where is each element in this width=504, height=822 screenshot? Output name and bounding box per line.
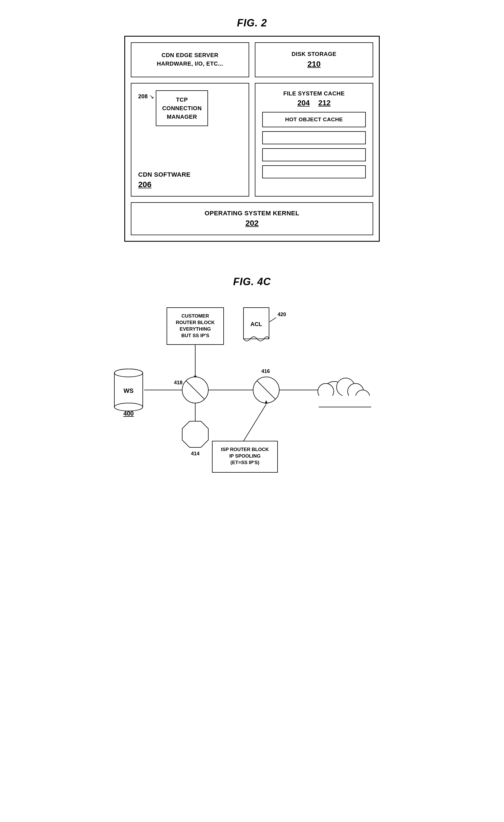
svg-text:420: 420 — [278, 312, 286, 317]
os-number: 202 — [138, 219, 366, 228]
cdn-software-box: 208 ↘ TCPCONNECTIONMANAGER CDN SOFTWARE … — [131, 83, 249, 196]
os-label: OPERATING SYSTEM KERNEL — [138, 210, 366, 217]
cache-slot-2 — [262, 148, 366, 161]
fs-number1: 204 — [297, 98, 310, 107]
fs-number2: 212 — [318, 98, 331, 107]
svg-text:418: 418 — [174, 380, 182, 385]
svg-text:(ET=SS IP'S): (ET=SS IP'S) — [230, 460, 259, 465]
hot-object-box: HOT OBJECT CACHE — [262, 112, 366, 127]
fig2-middle-row: 208 ↘ TCPCONNECTIONMANAGER CDN SOFTWARE … — [131, 83, 373, 196]
cache-slot-3 — [262, 165, 366, 178]
fig2-section: FIG. 2 CDN EDGE SERVERHARDWARE, I/O, ETC… — [124, 17, 380, 242]
cache-slot-1 — [262, 131, 366, 144]
svg-marker-32 — [182, 421, 208, 447]
fig4c-section: FIG. 4C WS 400 CUSTOMER ROUTER BLOCK EVE… — [110, 276, 394, 498]
tcp-manager-box: TCPCONNECTIONMANAGER — [156, 90, 208, 126]
svg-line-26 — [243, 404, 266, 441]
svg-rect-40 — [319, 396, 371, 407]
os-kernel-box: OPERATING SYSTEM KERNEL 202 — [131, 202, 373, 235]
svg-text:400: 400 — [123, 410, 134, 417]
svg-text:ACL: ACL — [250, 321, 262, 327]
svg-text:EVERYTHING: EVERYTHING — [180, 326, 211, 332]
fs-header: FILE SYSTEM CACHE 204 212 — [262, 90, 366, 107]
disk-storage-box: DISK STORAGE 210 — [255, 42, 373, 77]
fig2-title: FIG. 2 — [124, 17, 380, 29]
file-system-box: FILE SYSTEM CACHE 204 212 HOT OBJECT CAC… — [255, 83, 373, 196]
cdn-sw-number: 206 — [138, 180, 190, 189]
cdn-hardware-box: CDN EDGE SERVERHARDWARE, I/O, ETC... — [131, 42, 249, 77]
svg-text:414: 414 — [191, 451, 199, 456]
svg-text:IP SPOOLING: IP SPOOLING — [229, 453, 261, 459]
fig4c-title: FIG. 4C — [110, 276, 394, 288]
fig4c-diagram: WS 400 CUSTOMER ROUTER BLOCK EVERYTHING … — [110, 299, 394, 498]
fig2-outer-box: CDN EDGE SERVERHARDWARE, I/O, ETC... DIS… — [124, 36, 380, 242]
svg-text:ISP ROUTER BLOCK: ISP ROUTER BLOCK — [221, 447, 269, 452]
svg-text:ROUTER BLOCK: ROUTER BLOCK — [176, 320, 215, 325]
arrow-208: ↘ — [149, 93, 154, 100]
fs-label: FILE SYSTEM CACHE — [262, 90, 366, 97]
svg-text:416: 416 — [261, 368, 270, 374]
fs-numbers: 204 212 — [262, 98, 366, 107]
cdn-hardware-label: CDN EDGE SERVERHARDWARE, I/O, ETC... — [157, 52, 223, 67]
tcp-manager-container: 208 ↘ TCPCONNECTIONMANAGER — [138, 90, 208, 126]
fig2-top-row: CDN EDGE SERVERHARDWARE, I/O, ETC... DIS… — [131, 42, 373, 77]
cdn-sw-label-area: CDN SOFTWARE 206 — [138, 165, 190, 189]
svg-line-22 — [270, 318, 276, 322]
hot-object-label: HOT OBJECT CACHE — [285, 116, 343, 122]
svg-text:WS: WS — [123, 387, 133, 394]
svg-text:BUT SS IP'S: BUT SS IP'S — [181, 333, 209, 338]
cdn-sw-label: CDN SOFTWARE — [138, 171, 190, 178]
fig4c-svg: WS 400 CUSTOMER ROUTER BLOCK EVERYTHING … — [110, 299, 394, 498]
disk-storage-label: DISK STORAGE — [262, 51, 366, 57]
svg-text:CUSTOMER: CUSTOMER — [182, 313, 209, 319]
disk-storage-number: 210 — [262, 60, 366, 69]
ref-208-label: 208 — [138, 93, 148, 100]
svg-point-6 — [114, 369, 143, 377]
